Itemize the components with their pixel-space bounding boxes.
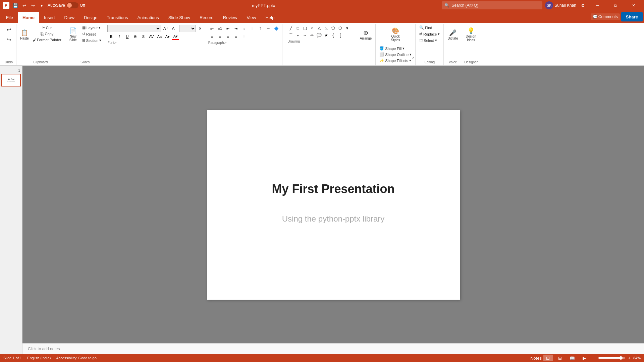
quick-styles-button[interactable]: 🎨 Quick Styles	[389, 25, 402, 45]
paragraph-dialog-button[interactable]: ⤢	[224, 41, 227, 45]
notes-bar[interactable]: Click to add notes	[22, 343, 644, 354]
redo-button[interactable]: ↪	[3, 35, 14, 44]
bracket-shape[interactable]: [	[337, 32, 343, 39]
font-color-button[interactable]: A▾	[172, 33, 179, 40]
slide-sorter-button[interactable]: ⊞	[555, 355, 565, 361]
add-column-button[interactable]: ⋮	[240, 33, 248, 40]
search-box[interactable]: 🔍 Search (Alt+Q)	[442, 1, 542, 9]
reset-button[interactable]: ↺ Reset	[80, 31, 103, 37]
tab-animations[interactable]: Animations	[133, 12, 164, 23]
font-size-increase-button[interactable]: A⁺	[162, 25, 170, 32]
customize-qat-button[interactable]: ▾	[38, 1, 46, 9]
slideshow-view-button[interactable]: ▶	[580, 355, 589, 361]
undo-qat-button[interactable]: ↩	[20, 1, 28, 9]
cut-button[interactable]: ✂ Cut	[31, 25, 63, 31]
layout-button[interactable]: ▦ Layout ▾	[80, 25, 103, 31]
text-highlight-button[interactable]: A▾	[164, 33, 171, 40]
autosave-toggle[interactable]	[66, 2, 78, 8]
slide-subtitle[interactable]: Using the python-pptx library	[282, 214, 384, 224]
align-center-button[interactable]: ≡	[216, 33, 224, 40]
text-direction-button[interactable]: ⊺	[257, 25, 264, 32]
font-size-decrease-button[interactable]: A⁻	[170, 25, 178, 32]
star-shape[interactable]: ★	[323, 32, 329, 39]
shape-outline-button[interactable]: ⬜ Shape Outline ▾	[378, 52, 413, 57]
accessibility-status[interactable]: Accessibility: Good to go	[56, 356, 96, 360]
bold-button[interactable]: B	[107, 33, 115, 40]
share-button[interactable]: Share	[621, 12, 643, 21]
italic-button[interactable]: I	[115, 33, 123, 40]
copy-button[interactable]: ⿻ Copy	[31, 31, 63, 37]
tab-insert[interactable]: Insert	[39, 12, 60, 23]
font-family-select[interactable]	[107, 25, 161, 32]
comments-button[interactable]: 💬 Comments	[591, 13, 620, 20]
triangle-shape[interactable]: △	[316, 25, 322, 32]
curve-shape[interactable]: ⌒	[287, 32, 294, 39]
customize-ribbon-button[interactable]: ⚙	[579, 1, 587, 9]
select-button[interactable]: ⬚ Select ▾	[418, 38, 439, 43]
align-left-button[interactable]: ≡	[208, 33, 216, 40]
strikethrough-button[interactable]: S	[131, 33, 139, 40]
tab-review[interactable]: Review	[218, 12, 242, 23]
paste-button[interactable]: 📋 Paste	[18, 25, 31, 45]
brace-shape[interactable]: {	[330, 32, 336, 39]
notes-view-button[interactable]: Notes	[531, 355, 541, 361]
shape-fill-button[interactable]: 🪣 Shape Fill ▾	[378, 46, 413, 51]
collapse-ribbon-button[interactable]: ∧	[636, 354, 643, 361]
font-dialog-button[interactable]: ⤢	[114, 41, 117, 45]
rect-shape[interactable]: □	[294, 25, 301, 32]
justify-button[interactable]: ≡	[232, 33, 240, 40]
double-arrow-shape[interactable]: ⇔	[309, 32, 315, 39]
font-size-select[interactable]	[179, 25, 196, 32]
zoom-in-button[interactable]: +	[627, 355, 632, 361]
slide-thumbnail-1[interactable]: My First Presentation	[1, 74, 21, 86]
tab-draw[interactable]: Draw	[60, 12, 79, 23]
bullets-button[interactable]: ≡•	[208, 25, 216, 32]
smartart-button[interactable]: 🔷	[273, 25, 280, 32]
slide-canvas[interactable]: My First Presentation Using the python-p…	[207, 110, 460, 300]
clear-formatting-button[interactable]: ✕	[197, 25, 204, 32]
increase-indent-button[interactable]: ⇥	[232, 25, 240, 32]
hexagon-shape[interactable]: ⬡	[337, 25, 343, 32]
tab-file[interactable]: File	[1, 12, 18, 23]
close-button[interactable]: ✕	[626, 0, 641, 11]
numbering-button[interactable]: ≡1	[216, 25, 224, 32]
find-button[interactable]: 🔍 Find	[418, 25, 434, 31]
character-spacing-button[interactable]: AV	[148, 33, 155, 40]
tab-transitions[interactable]: Transitions	[102, 12, 132, 23]
drawing-dialog-button[interactable]: ⤢	[412, 56, 415, 59]
rounded-rect-shape[interactable]: ▢	[302, 25, 308, 32]
design-ideas-button[interactable]: 💡 Design Ideas	[464, 25, 478, 45]
replace-button[interactable]: ⇄ Replace ▾	[418, 31, 441, 37]
dictate-button[interactable]: 🎤 Dictate	[446, 25, 460, 45]
decrease-indent-button[interactable]: ⇤	[224, 25, 232, 32]
tab-record[interactable]: Record	[195, 12, 218, 23]
shapes-more[interactable]: ▾	[344, 25, 351, 32]
arrow-shape[interactable]: →	[302, 32, 308, 39]
save-button[interactable]: 💾	[11, 1, 19, 9]
tab-view[interactable]: View	[242, 12, 261, 23]
zoom-slider[interactable]	[598, 357, 625, 359]
line-shape[interactable]: ╱	[287, 25, 294, 32]
shadow-button[interactable]: S	[140, 33, 147, 40]
columns-button[interactable]: ⋮	[249, 25, 256, 32]
change-case-button[interactable]: Aa	[156, 33, 163, 40]
format-painter-button[interactable]: 🖌 Format Painter	[31, 37, 63, 43]
pentagon-shape[interactable]: ⬠	[330, 25, 336, 32]
redo-qat-button[interactable]: ↪	[29, 1, 37, 9]
right-angle-shape[interactable]: ◺	[323, 25, 329, 32]
reading-view-button[interactable]: 📖	[568, 355, 577, 361]
callout-shape[interactable]: 💬	[316, 32, 322, 39]
slide-title[interactable]: My First Presentation	[272, 182, 394, 196]
zoom-out-button[interactable]: −	[592, 355, 597, 361]
zoom-slider-thumb[interactable]	[619, 356, 623, 360]
align-right-button[interactable]: ≡	[224, 33, 232, 40]
shape-effects-button[interactable]: ✨ Shape Effects ▾	[378, 58, 413, 63]
tab-help[interactable]: Help	[261, 12, 279, 23]
align-text-button[interactable]: ⊨	[265, 25, 272, 32]
section-button[interactable]: ⊟ Section ▾	[80, 38, 103, 43]
underline-button[interactable]: U	[123, 33, 131, 40]
tab-design[interactable]: Design	[79, 12, 102, 23]
restore-button[interactable]: ⧉	[608, 0, 623, 11]
connector-shape[interactable]: ⌐	[294, 32, 301, 39]
tab-home[interactable]: Home	[18, 12, 39, 23]
